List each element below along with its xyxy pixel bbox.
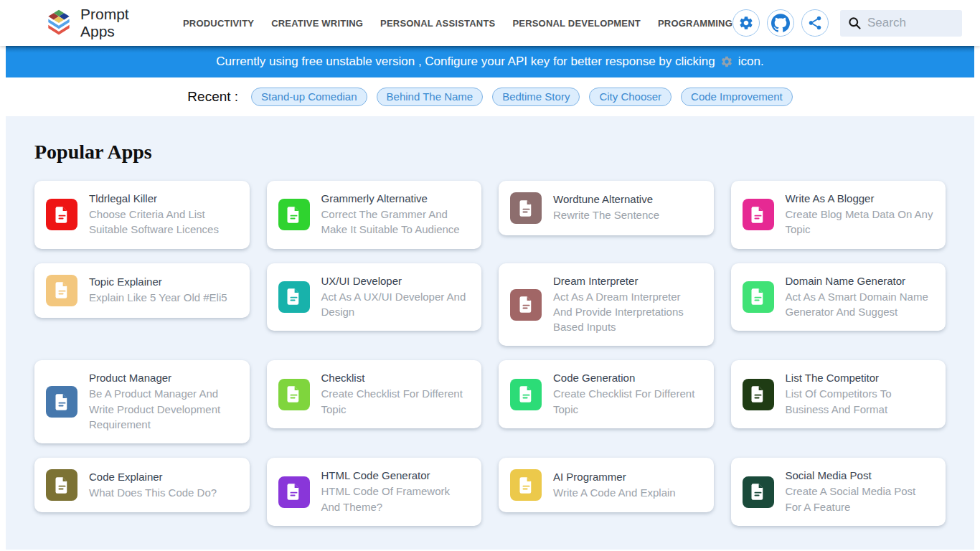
app-card[interactable]: Write As A Blogger Create Blog Meta Data… [731, 181, 946, 249]
app-title: Checklist [321, 372, 471, 384]
github-icon [771, 14, 790, 32]
app-card[interactable]: AI Programmer Write A Code And Explain [499, 458, 714, 512]
document-icon [510, 379, 542, 410]
app-title: Grammerly Alternative [321, 192, 471, 204]
app-card[interactable]: List The Competitor List Of Competitors … [731, 360, 946, 428]
app-title: List The Competitor [786, 372, 935, 384]
recent-row: Recent : Stand-up Comedian Behind The Na… [0, 77, 980, 116]
app-description: Write A Code And Explain [553, 485, 676, 500]
app-card-text: Wordtune Alternative Rewrite The Sentenc… [553, 193, 659, 222]
page-title: Popular Apps [34, 141, 946, 164]
app-card-text: List The Competitor List Of Competitors … [786, 372, 935, 417]
app-title: Social Media Post [786, 469, 935, 481]
github-button[interactable] [767, 9, 794, 37]
document-icon [510, 469, 542, 501]
banner-text-after: icon. [738, 55, 764, 69]
app-description: Create Checklist For Different Topic [321, 386, 471, 417]
gear-icon [738, 15, 754, 31]
document-icon [46, 199, 77, 230]
app-card-text: Code Generation Create Checklist For Dif… [553, 372, 702, 417]
nav-personal-assistants[interactable]: PERSONAL ASSISTANTS [380, 18, 495, 29]
nav-creative-writing[interactable]: CREATIVE WRITING [271, 18, 363, 29]
brand[interactable]: Prompt Apps [43, 6, 159, 40]
search-input[interactable] [867, 16, 946, 30]
app-card-text: Domain Name Generator Act As A Smart Dom… [786, 275, 935, 320]
app-card[interactable]: Checklist Create Checklist For Different… [267, 360, 482, 428]
app-card[interactable]: Topic Explainer Explain Like 5 Year Old … [34, 263, 250, 318]
app-card[interactable]: Domain Name Generator Act As A Smart Dom… [731, 263, 946, 331]
app-title: Product Manager [89, 372, 238, 384]
app-card-text: Code Explainer What Does This Code Do? [89, 471, 217, 500]
nav-productivity[interactable]: PRODUCTIVITY [183, 18, 254, 29]
app-title: Write As A Blogger [786, 192, 935, 204]
app-card-text: Dream Interpreter Act As A Dream Interpr… [553, 275, 702, 335]
app-card-text: Checklist Create Checklist For Different… [321, 372, 471, 417]
settings-button[interactable] [732, 9, 760, 37]
app-description: Act As A Dream Interpreter And Provide I… [553, 289, 702, 335]
app-description: Act As A UX/UI Developer And Design [321, 289, 471, 320]
document-icon [278, 281, 310, 313]
app-card[interactable]: Product Manager Be A Product Manager And… [34, 360, 250, 443]
app-description: Create Blog Meta Data On Any Topic [786, 207, 935, 237]
app-card[interactable]: Wordtune Alternative Rewrite The Sentenc… [499, 181, 714, 235]
app-card-text: AI Programmer Write A Code And Explain [553, 471, 676, 500]
layers-logo-icon [43, 7, 75, 39]
main-nav: PRODUCTIVITY CREATIVE WRITING PERSONAL A… [183, 18, 732, 29]
app-title: Topic Explainer [89, 276, 227, 288]
app-card[interactable]: Tldrlegal Killer Choose Criteria And Lis… [34, 181, 250, 249]
recent-label: Recent : [187, 89, 238, 105]
search-icon [847, 16, 862, 30]
document-icon [743, 281, 774, 313]
app-card[interactable]: Code Generation Create Checklist For Dif… [499, 360, 714, 428]
brand-name: Prompt Apps [80, 6, 159, 40]
app-card[interactable]: Dream Interpreter Act As A Dream Interpr… [499, 263, 714, 347]
app-card[interactable]: Code Explainer What Does This Code Do? [34, 458, 250, 512]
app-card[interactable]: HTML Code Generator HTML Code Of Framewo… [267, 458, 482, 526]
banner-text-before: Currently using free unstable version , … [216, 55, 715, 69]
banner-gear-icon [720, 55, 733, 68]
app-title: Code Explainer [89, 471, 217, 483]
app-description: What Does This Code Do? [89, 485, 217, 500]
app-card-text: Social Media Post Create A Social Media … [786, 469, 935, 514]
recent-pill-bedtime-story[interactable]: Bedtime Story [492, 88, 580, 106]
app-description: Choose Criteria And List Suitable Softwa… [89, 207, 238, 237]
nav-programming[interactable]: PROGRAMMING [658, 18, 732, 29]
recent-pill-stand-up-comedian[interactable]: Stand-up Comedian [251, 88, 367, 106]
app-title: Domain Name Generator [786, 275, 935, 287]
app-description: Rewrite The Sentence [553, 207, 659, 222]
app-description: Act As A Smart Domain Name Generator And… [786, 289, 935, 320]
app-description: Explain Like 5 Year Old #Eli5 [89, 290, 227, 305]
app-card-text: HTML Code Generator HTML Code Of Framewo… [321, 469, 471, 514]
document-icon [46, 275, 77, 306]
search-box[interactable] [840, 10, 962, 37]
document-icon [510, 289, 542, 321]
main-section: Popular Apps Tldrlegal Killer Choose Cri… [6, 116, 974, 550]
app-description: Create Checklist For Different Topic [553, 386, 702, 417]
app-card-text: Grammerly Alternative Correct The Gramme… [321, 192, 471, 237]
app-description: Create A Social Media Post For A Feature [786, 484, 935, 514]
document-icon [278, 199, 310, 230]
document-icon [743, 476, 774, 508]
app-card[interactable]: Social Media Post Create A Social Media … [731, 458, 946, 526]
app-card-text: Tldrlegal Killer Choose Criteria And Lis… [89, 192, 238, 237]
apps-grid: Tldrlegal Killer Choose Criteria And Lis… [34, 181, 946, 526]
app-card-text: Product Manager Be A Product Manager And… [89, 372, 238, 432]
nav-personal-development[interactable]: PERSONAL DEVELOPMENT [512, 18, 641, 29]
share-icon [807, 15, 823, 31]
document-icon [46, 386, 77, 418]
app-title: HTML Code Generator [321, 469, 471, 481]
document-icon [510, 192, 542, 224]
header: Prompt Apps PRODUCTIVITY CREATIVE WRITIN… [0, 0, 980, 46]
app-card-text: Write As A Blogger Create Blog Meta Data… [786, 192, 935, 237]
app-card[interactable]: UX/UI Developer Act As A UX/UI Developer… [267, 263, 482, 331]
app-title: Code Generation [553, 372, 702, 384]
app-card[interactable]: Grammerly Alternative Correct The Gramme… [267, 181, 482, 249]
recent-pill-behind-the-name[interactable]: Behind The Name [377, 88, 484, 106]
document-icon [46, 469, 77, 501]
app-title: UX/UI Developer [321, 275, 471, 287]
app-description: Correct The Grammer And Make It Suitable… [321, 207, 471, 237]
recent-pill-code-improvement[interactable]: Code Improvement [681, 88, 793, 106]
app-card-text: Topic Explainer Explain Like 5 Year Old … [89, 276, 227, 305]
recent-pill-city-chooser[interactable]: City Chooser [589, 88, 672, 106]
share-button[interactable] [801, 9, 829, 37]
